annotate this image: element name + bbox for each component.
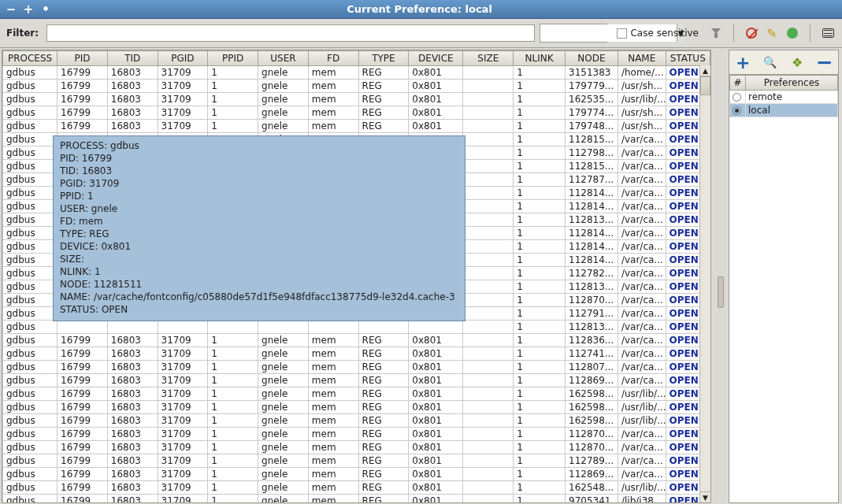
cell-size <box>463 133 514 146</box>
table-row[interactable]: gdbus1679916803317091gnelememREG0x801111… <box>3 361 710 374</box>
radio-icon[interactable] <box>733 93 741 102</box>
collapse-handle-icon[interactable] <box>718 276 724 308</box>
table-row[interactable]: gdbus1679916803317091gnelememREG0x801111… <box>3 441 710 454</box>
add-preference-button[interactable]: + <box>733 53 753 72</box>
table-row[interactable]: gdbus1679916803317091gnelememREG0x801116… <box>3 93 710 106</box>
table-row[interactable]: gdbus1679916803317091gnelememREG0x801117… <box>3 106 710 120</box>
scroll-up-icon[interactable]: ▲ <box>700 65 710 76</box>
record-icon[interactable] <box>785 25 800 41</box>
cell-fd: mem <box>308 146 358 160</box>
menu-icon[interactable] <box>820 25 836 41</box>
cell-tid <box>107 187 158 200</box>
case-sensitive-checkbox[interactable]: Case sensitive <box>612 28 703 39</box>
sweep-icon[interactable]: ✎ <box>764 25 780 41</box>
process-table[interactable]: PROCESSPIDTIDPGIDPPIDUSERFDTYPEDEVICESIZ… <box>2 50 711 503</box>
table-row[interactable]: gdbus1112814.../var/ca...OPEN <box>3 240 710 254</box>
clear-icon[interactable] <box>744 25 759 41</box>
case-sensitive-label: Case sensitive <box>630 28 699 39</box>
column-header-status[interactable]: STATUS <box>666 51 710 66</box>
cell-nlink: 1 <box>514 347 566 361</box>
column-header-type[interactable]: TYPE <box>358 51 409 66</box>
column-header-nlink[interactable]: NLINK <box>514 51 566 66</box>
table-row[interactable]: gdbus1112814.../var/ca...OPEN <box>3 187 710 200</box>
table-row[interactable]: gdbus1112813.../var/ca...OPEN <box>3 321 710 334</box>
preferences-list[interactable]: # Preferences remotelocal <box>729 75 839 503</box>
cell-user <box>258 307 309 321</box>
table-row[interactable]: gdbus1679916803317091gnelememREG0x801117… <box>3 80 710 93</box>
cell-pid: 16799 <box>57 374 108 387</box>
cell-size <box>463 294 514 307</box>
filter-column-combo[interactable]: ▼ <box>540 24 607 43</box>
table-row[interactable]: gdbus1679916803317091gnelememREG0x801197… <box>3 495 710 504</box>
column-header-process[interactable]: PROCESS <box>3 51 57 66</box>
cell-node: 9705341 <box>566 495 618 504</box>
column-header-tid[interactable]: TID <box>107 51 158 66</box>
minimize-button[interactable]: − <box>5 3 17 16</box>
table-row[interactable]: gdbus1679916803317091gnelememREG0x801117… <box>3 120 710 133</box>
table-row[interactable]: gdbus1679916803317091gnelememREG0x801116… <box>3 387 710 401</box>
cell-process: gdbus <box>3 347 57 361</box>
maximize-button[interactable]: + <box>22 3 35 16</box>
table-row[interactable]: gdbus1679916803317091gnelememREG0x801111… <box>3 428 710 441</box>
pref-col-name[interactable]: Preferences <box>746 76 838 91</box>
preference-item-remote[interactable]: remote <box>730 91 838 104</box>
cell-user: gnele <box>258 454 309 468</box>
column-header-name[interactable]: NAME <box>618 51 666 66</box>
table-row[interactable]: gdbus1679916803317091gnelememREG0x801116… <box>3 481 710 495</box>
table-row[interactable]: gdbus1679916803317091gnelememREG0x801111… <box>3 374 710 387</box>
column-header-device[interactable]: DEVICE <box>409 51 463 66</box>
table-row[interactable]: gdbus1679916803317091gnelememREG0x801111… <box>3 347 710 361</box>
table-row[interactable]: gdbus1112813.../var/ca...OPEN <box>3 213 710 227</box>
cell-device <box>409 321 463 334</box>
preference-item-local[interactable]: local <box>730 104 838 117</box>
cell-fd: mem <box>308 120 358 133</box>
table-row[interactable]: gdbus1112814.../var/ca...OPEN <box>3 200 710 213</box>
table-row[interactable]: gdbus1112813.../var/ca...OPEN <box>3 280 710 294</box>
table-row[interactable]: gdbus1679916803317091gnelememREG0x801111… <box>3 468 710 481</box>
table-row[interactable]: gdbus1679916803317091gnelememREG0x801116… <box>3 401 710 414</box>
table-row[interactable]: gdbus1112814.../var/ca...OPEN <box>3 227 710 240</box>
cell-tid <box>107 227 158 240</box>
cell-name: /var/ca... <box>618 428 666 441</box>
table-row[interactable]: gdbus1679916803317091gnelememREG0x801111… <box>3 146 710 160</box>
vertical-scrollbar[interactable]: ▲ ▼ <box>699 65 710 502</box>
table-row[interactable]: gdbus1112782.../var/ca...OPEN <box>3 267 710 280</box>
table-row[interactable]: gdbus1112815.../var/ca...OPEN <box>3 160 710 173</box>
table-row[interactable]: gdbus1679916803317091gnelememREG0x801111… <box>3 133 710 146</box>
cell-tid <box>107 160 158 173</box>
pref-col-hash[interactable]: # <box>730 76 746 91</box>
edit-preference-button[interactable]: 🔍 <box>760 53 781 72</box>
duplicate-preference-button[interactable]: ❖ <box>787 53 807 72</box>
cell-fd: mem <box>308 454 358 468</box>
column-header-pid[interactable]: PID <box>57 51 108 66</box>
table-row[interactable]: gdbus1112791.../var/ca...OPEN <box>3 307 710 321</box>
cell-fd <box>308 173 358 187</box>
radio-icon[interactable] <box>733 106 741 115</box>
column-header-size[interactable]: SIZE <box>463 51 514 66</box>
table-row[interactable]: gdbus1679916803317091gnelememREG0x801111… <box>3 454 710 468</box>
cell-nlink: 1 <box>514 495 566 504</box>
column-header-fd[interactable]: FD <box>308 51 358 66</box>
scroll-down-icon[interactable]: ▼ <box>700 491 710 502</box>
table-row[interactable]: gdbus1112787.../var/ca...OPEN <box>3 173 710 187</box>
table-row[interactable]: gdbus1112870.../var/ca...OPEN <box>3 294 710 307</box>
column-header-user[interactable]: USER <box>258 51 309 66</box>
cell-ppid: 1 <box>208 80 258 93</box>
more-button[interactable]: • <box>39 3 52 16</box>
scroll-thumb[interactable] <box>700 76 710 95</box>
column-header-node[interactable]: NODE <box>566 51 618 66</box>
panel-collapse-bar[interactable] <box>713 48 729 504</box>
filter-funnel-icon[interactable] <box>708 25 724 41</box>
cell-pgid: 31709 <box>158 146 208 160</box>
remove-preference-button[interactable]: − <box>814 53 835 72</box>
table-row[interactable]: gdbus1679916803317091gnelememREG0x801116… <box>3 414 710 428</box>
cell-pgid <box>158 267 208 280</box>
filter-input[interactable] <box>46 24 535 42</box>
table-row[interactable]: gdbus1679916803317091gnelememREG0x801131… <box>3 66 710 80</box>
table-row[interactable]: gdbus1112814.../var/ca...OPEN <box>3 254 710 267</box>
column-header-ppid[interactable]: PPID <box>208 51 258 66</box>
cell-size <box>463 414 514 428</box>
column-header-pgid[interactable]: PGID <box>158 51 208 66</box>
table-row[interactable]: gdbus1679916803317091gnelememREG0x801111… <box>3 334 710 347</box>
cell-ppid <box>208 254 258 267</box>
